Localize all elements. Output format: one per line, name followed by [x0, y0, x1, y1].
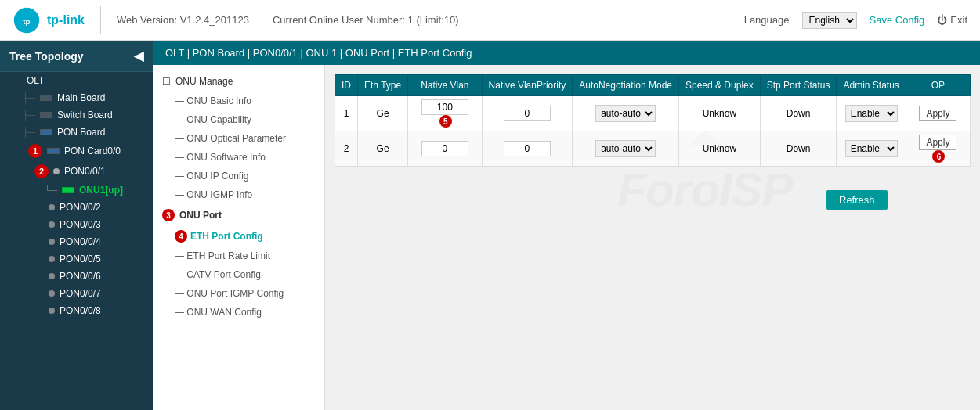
- apply-button-1[interactable]: Apply: [919, 106, 956, 121]
- pon001-label: PON0/0/1: [64, 166, 106, 177]
- nav-item-onu-optical-parameter[interactable]: — ONU Optical Parameter: [153, 129, 324, 148]
- port-icon: [49, 239, 55, 245]
- admin-status-select-1[interactable]: Enable Disable: [845, 105, 898, 122]
- nav-item-onu-basic-info[interactable]: — ONU Basic Info: [153, 92, 324, 110]
- header-info: Web Version: V1.2.4_201123 Current Onlin…: [101, 14, 744, 26]
- sidebar-item-pon001[interactable]: 2 PON0/0/1: [0, 161, 153, 182]
- sidebar-item-onu1[interactable]: └─ ONU1[up]: [0, 182, 153, 199]
- sidebar-item-pon003[interactable]: PON0/0/3: [0, 216, 153, 233]
- cell-op-1[interactable]: Apply: [906, 96, 970, 131]
- refresh-button[interactable]: Refresh: [826, 190, 888, 210]
- marker-5: 5: [439, 115, 452, 128]
- cell-admin-status-2[interactable]: Enable Disable: [837, 131, 906, 167]
- sidebar-item-pon-card[interactable]: 1 PON Card0/0: [0, 141, 153, 161]
- pon006-label: PON0/0/6: [60, 271, 101, 282]
- cell-vlan-priority-1[interactable]: [482, 96, 573, 131]
- sidebar: Tree Topology ◀ — OLT ├─ Main Board ├─ S…: [0, 41, 153, 410]
- marker-3: 3: [162, 209, 175, 221]
- nav-item-eth-port-config[interactable]: 4 ETH Port Config: [153, 226, 324, 246]
- nav-section-onu-manage[interactable]: ☐ ONU Manage: [153, 71, 324, 92]
- refresh-button-container: Refresh: [826, 190, 888, 210]
- port-icon: [53, 168, 60, 174]
- nav-item-catv-port-config[interactable]: — CATV Port Config: [153, 265, 324, 284]
- vlan-priority-input-1[interactable]: [504, 106, 551, 121]
- board-icon: [40, 95, 52, 101]
- sidebar-item-pon007[interactable]: PON0/0/7: [0, 285, 153, 302]
- top-header: tp tp-link Web Version: V1.2.4_201123 Cu…: [0, 0, 980, 41]
- tree-connector: ├─: [22, 92, 35, 103]
- nav-item-onu-igmp-info[interactable]: — ONU IGMP Info: [153, 185, 324, 204]
- breadcrumb-text: OLT | PON Board | PON0/0/1 | ONU 1 | ONU…: [165, 47, 472, 59]
- cell-native-vlan-2[interactable]: [408, 131, 482, 167]
- nav-item-onu-software-info[interactable]: — ONU Software Info: [153, 148, 324, 167]
- card-icon: [47, 148, 60, 154]
- cell-speed-duplex-1: Unknow: [679, 96, 761, 131]
- port-icon: [49, 308, 55, 314]
- onu1-label: ONU1[up]: [79, 185, 123, 196]
- auto-negotiation-select-2[interactable]: auto-auto 100-full 100-half 10-full 10-h…: [595, 140, 656, 157]
- nav-section-onu-port[interactable]: 3 ONU Port: [153, 204, 324, 226]
- cell-admin-status-1[interactable]: Enable Disable: [837, 96, 906, 131]
- olt-label: OLT: [27, 75, 44, 86]
- sidebar-collapse-button[interactable]: ◀: [134, 49, 143, 63]
- sidebar-item-main-board[interactable]: ├─ Main Board: [0, 89, 153, 106]
- save-config-link[interactable]: Save Config: [870, 14, 925, 26]
- port-icon: [49, 273, 55, 279]
- cell-vlan-priority-2[interactable]: [482, 131, 573, 167]
- cell-auto-negotiation-2[interactable]: auto-auto 100-full 100-half 10-full 10-h…: [573, 131, 679, 167]
- online-users: Current Online User Number: 1 (Limit:10): [273, 14, 459, 26]
- minus-icon: —: [13, 75, 22, 86]
- table-row: 1 Ge 5 auto-auto: [335, 96, 971, 131]
- admin-status-select-2[interactable]: Enable Disable: [845, 140, 898, 157]
- col-header-native-vlan-priority: Native VlanPriority: [482, 75, 573, 96]
- cell-native-vlan-1[interactable]: 5: [408, 96, 482, 131]
- nav-item-onu-wan-config[interactable]: — ONU WAN Config: [153, 303, 324, 322]
- native-vlan-input-2[interactable]: [421, 141, 468, 156]
- eth-port-config-label: ETH Port Config: [190, 231, 263, 242]
- sidebar-title-bar: Tree Topology ◀: [0, 41, 153, 72]
- content-main: ☐ ONU Manage — ONU Basic Info — ONU Capa…: [153, 65, 980, 410]
- language-select[interactable]: English: [802, 12, 857, 29]
- sidebar-item-pon005[interactable]: PON0/0/5: [0, 250, 153, 268]
- nav-item-eth-port-rate-limit[interactable]: — ETH Port Rate Limit: [153, 246, 324, 265]
- pon-card-label: PON Card0/0: [64, 146, 121, 156]
- marker-4: 4: [175, 230, 187, 243]
- nav-item-onu-ip-config[interactable]: — ONU IP Config: [153, 167, 324, 185]
- language-label: Language: [744, 14, 790, 26]
- sidebar-item-pon006[interactable]: PON0/0/6: [0, 268, 153, 285]
- sidebar-item-switch-board[interactable]: ├─ Switch Board: [0, 106, 153, 124]
- native-vlan-input-1[interactable]: [421, 99, 468, 115]
- switch-board-label: Switch Board: [57, 110, 113, 120]
- pon005-label: PON0/0/5: [60, 254, 101, 264]
- content-area: OLT | PON Board | PON0/0/1 | ONU 1 | ONU…: [153, 41, 980, 410]
- cell-op-2[interactable]: Apply 6: [906, 131, 970, 167]
- table-container: ForoISP Refresh ID Eth Type Native Vlan …: [325, 65, 980, 410]
- sidebar-item-pon-board[interactable]: ├─ PON Board: [0, 124, 153, 141]
- port-icon: [49, 221, 55, 228]
- marker-1: 1: [28, 144, 42, 158]
- sidebar-item-pon002[interactable]: PON0/0/2: [0, 199, 153, 216]
- exit-button[interactable]: ⏻ Exit: [937, 14, 967, 26]
- nav-item-onu-port-igmp-config[interactable]: — ONU Port IGMP Config: [153, 284, 324, 303]
- sidebar-item-olt[interactable]: — OLT: [0, 72, 153, 89]
- cell-eth-type-1: Ge: [358, 96, 408, 131]
- web-version: Web Version: V1.2.4_201123: [117, 14, 249, 26]
- pon002-label: PON0/0/2: [60, 202, 101, 213]
- sidebar-item-pon008[interactable]: PON0/0/8: [0, 302, 153, 319]
- nav-item-onu-capability[interactable]: — ONU Capability: [153, 110, 324, 129]
- logo-area: tp tp-link: [13, 6, 101, 34]
- pon-board-label: PON Board: [57, 127, 105, 138]
- vlan-priority-input-2[interactable]: [504, 141, 551, 156]
- checkbox-icon: ☐: [162, 76, 171, 87]
- table-row: 2 Ge auto-auto 100-full: [335, 131, 971, 167]
- apply-button-2[interactable]: Apply: [919, 135, 956, 150]
- main-layout: Tree Topology ◀ — OLT ├─ Main Board ├─ S…: [0, 41, 980, 410]
- col-header-op: OP: [906, 75, 970, 96]
- cell-auto-negotiation-1[interactable]: auto-auto 100-full 100-half 10-full 10-h…: [573, 96, 679, 131]
- col-header-admin-status: Admin Status: [837, 75, 906, 96]
- pon003-label: PON0/0/3: [60, 219, 101, 230]
- auto-negotiation-select-1[interactable]: auto-auto 100-full 100-half 10-full 10-h…: [595, 105, 656, 122]
- eth-port-config-table: ID Eth Type Native Vlan Native VlanPrior…: [335, 74, 971, 167]
- col-header-native-vlan: Native Vlan: [408, 75, 482, 96]
- sidebar-item-pon004[interactable]: PON0/0/4: [0, 233, 153, 250]
